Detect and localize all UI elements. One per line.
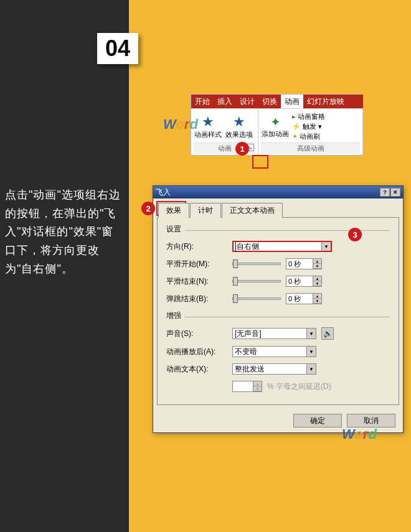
ribbon: 开始 插入 设计 切换 动画 幻灯片放映 ★ 动画样式 ★ 效果选项 动画 ↘ [191,94,364,156]
animate-text-combo[interactable]: 整批发送 ▼ [232,363,316,375]
dialog-title: 飞入 [156,187,171,198]
sound-combo[interactable]: [无声音] ▼ [232,328,316,339]
instruction-text: 点击"动画"选项组右边的按钮，在弹出的"飞入"对话框的"效果"窗口下，将方向更改… [5,186,122,278]
star-icon: ★ [233,114,245,130]
bounce-value: 0 秒 [286,294,313,304]
chevron-down-icon[interactable]: ▼ [306,329,316,338]
spin-up[interactable]: ▲ [313,276,321,281]
help-button[interactable]: ? [380,188,390,197]
cancel-button[interactable]: 取消 [347,414,395,427]
tab-text-animation[interactable]: 正文文本动画 [222,203,283,218]
group-label-animation: 动画 [218,144,232,153]
after-animation-combo[interactable]: 不变暗 ▼ [232,346,316,357]
animation-style-button[interactable]: ★ 动画样式 [194,110,222,142]
dialog-content: 设置 方向(R): 自右侧 ▼ 平滑开始(M): 0 秒 ▲▼ 平滑结束(N):… [157,217,399,405]
direction-value: 自右侧 [235,241,259,252]
animate-text-value: 整批发送 [235,364,265,375]
animation-style-label: 动画样式 [194,130,222,139]
sound-value: [无声音] [235,329,262,339]
effect-options-label: 效果选项 [225,130,253,139]
speaker-icon: 🔈 [323,329,333,338]
ribbon-tabs: 开始 插入 设计 切换 动画 幻灯片放映 [191,95,363,108]
group-label-advanced: 高级动画 [297,144,324,153]
fly-in-dialog: 飞入 ? ✕ 效果 计时 正文文本动画 设置 方向(R): 自右侧 ▼ 平滑开始… [153,185,404,433]
slider-thumb[interactable] [233,259,238,268]
plus-star-icon: ✦ [270,114,281,129]
ribbon-tab-design[interactable]: 设计 [236,95,258,108]
animation-pane-button[interactable]: ▸动画窗格 [292,112,325,121]
marker-1: 1 [235,142,249,156]
bounce-spinner[interactable]: 0 秒 ▲▼ [286,293,322,304]
section-enhance: 增强 [166,310,390,322]
spin-down[interactable]: ▼ [313,281,321,286]
ribbon-tab-insert[interactable]: 插入 [214,95,236,108]
direction-combo[interactable]: 自右侧 ▼ [232,241,332,252]
dialog-tabs: 效果 计时 正文文本动画 [158,202,403,217]
smooth-end-label: 平滑结束(N): [166,276,227,287]
ribbon-tab-home[interactable]: 开始 [191,95,214,108]
bounce-slider[interactable] [232,297,281,300]
after-animation-label: 动画播放后(A): [166,347,227,357]
ribbon-tab-slideshow[interactable]: 幻灯片放映 [303,95,348,108]
slider-thumb[interactable] [233,294,238,303]
spin-up[interactable]: ▲ [313,259,321,264]
direction-label: 方向(R): [166,241,227,252]
spin-up: ▲ [253,381,262,386]
dialog-titlebar[interactable]: 飞入 ? ✕ [153,186,403,198]
tab-timing[interactable]: 计时 [190,203,221,218]
smooth-end-value: 0 秒 [286,276,313,286]
launcher-highlight [252,155,268,169]
ok-button[interactable]: 确定 [293,414,342,427]
smooth-end-spinner[interactable]: 0 秒 ▲▼ [286,276,322,287]
close-button[interactable]: ✕ [390,188,400,197]
animation-painter-button[interactable]: ✦动画刷 [292,132,325,141]
slider-thumb[interactable] [233,277,238,286]
chevron-down-icon[interactable]: ▼ [306,347,316,357]
effect-options-button[interactable]: ★ 效果选项 [225,110,253,142]
letter-delay-label: % 字母之间延迟(D) [267,381,331,392]
smooth-start-value: 0 秒 [286,259,313,269]
step-number-badge: 04 [97,33,138,64]
trigger-button[interactable]: ⚡触发 ▾ [292,122,325,131]
spin-down: ▼ [253,386,262,391]
spin-down[interactable]: ▼ [313,299,321,304]
add-animation-label: 添加动画 [262,129,289,139]
sound-label: 声音(S): [166,329,227,339]
sound-preview-button[interactable]: 🔈 [321,327,334,340]
ribbon-tab-transition[interactable]: 切换 [258,95,281,108]
marker-2: 2 [141,202,155,215]
after-animation-value: 不变暗 [235,347,257,357]
animate-text-label: 动画文本(X): [166,364,227,375]
letter-delay-spinner: ▲▼ [232,381,262,392]
bounce-label: 弹跳结束(B): [166,294,227,304]
tab-effect[interactable]: 效果 [158,203,189,218]
add-animation-button[interactable]: ✦ 添加动画 [261,110,290,142]
chevron-down-icon[interactable]: ▼ [321,242,331,251]
marker-3: 3 [348,228,362,241]
spin-up[interactable]: ▲ [313,294,321,299]
smooth-start-label: 平滑开始(M): [166,259,227,269]
smooth-start-spinner[interactable]: 0 秒 ▲▼ [286,258,322,269]
ribbon-tab-animation[interactable]: 动画 [281,95,303,108]
smooth-start-slider[interactable] [232,263,281,265]
smooth-end-slider[interactable] [232,280,281,282]
star-icon: ★ [202,114,214,130]
chevron-down-icon[interactable]: ▼ [306,364,316,374]
spin-down[interactable]: ▼ [313,264,321,269]
